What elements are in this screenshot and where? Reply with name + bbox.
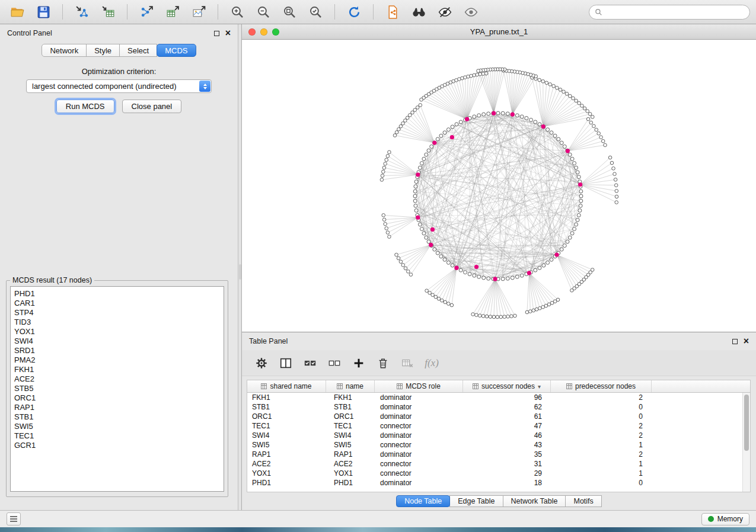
search-box[interactable] — [589, 5, 750, 20]
network-titlebar[interactable]: YPA_prune.txt_1 — [242, 24, 756, 40]
column-header-name[interactable]: name — [326, 380, 375, 392]
table-scrollbar[interactable] — [742, 393, 750, 492]
table-row[interactable]: ORC1ORC1dominator610 — [247, 412, 742, 421]
node-table: shared namenameMCDS rolesuccessor nodes▾… — [247, 380, 751, 492]
mcds-result-item[interactable]: PMA2 — [14, 355, 220, 365]
delete-table-icon — [401, 357, 414, 370]
open-session-button[interactable] — [6, 2, 28, 21]
tab-mcds[interactable]: MCDS — [157, 44, 196, 57]
zoom-selected-icon — [308, 5, 323, 20]
mcds-result-item[interactable]: RAP1 — [14, 403, 220, 412]
tab-network[interactable]: Network — [42, 44, 87, 57]
column-header-MCDS-role[interactable]: MCDS role — [375, 380, 463, 392]
minimize-window-icon[interactable] — [260, 28, 267, 36]
mcds-result-item[interactable]: STB1 — [14, 412, 220, 422]
column-header-shared-name[interactable]: shared name — [247, 380, 326, 392]
float-table-panel-icon[interactable] — [732, 339, 738, 344]
table-row[interactable]: FKH1FKH1dominator962 — [247, 393, 742, 402]
network-canvas[interactable] — [242, 40, 756, 332]
export-image-button[interactable] — [187, 2, 210, 21]
apply-layout-button[interactable] — [343, 2, 365, 21]
open-folder-icon — [10, 5, 25, 20]
maximize-window-icon[interactable] — [272, 28, 279, 36]
column-type-icon — [566, 383, 572, 389]
column-header-successor-nodes[interactable]: successor nodes▾ — [463, 380, 551, 392]
select-all-button[interactable] — [302, 355, 318, 371]
close-table-panel-icon[interactable]: × — [744, 338, 749, 344]
sort-indicator-icon[interactable]: ▾ — [538, 383, 541, 390]
export-network-button[interactable] — [135, 2, 158, 21]
tab-select[interactable]: Select — [119, 44, 157, 57]
import-table-button[interactable] — [97, 2, 119, 21]
mcds-result-item[interactable]: PHD1 — [14, 289, 220, 299]
network-graph[interactable] — [242, 40, 756, 332]
splitter-handle[interactable] — [239, 264, 241, 280]
find-button[interactable] — [407, 2, 430, 21]
unselect-all-button[interactable] — [327, 355, 342, 371]
export-table-button[interactable] — [161, 2, 184, 21]
mcds-result-item[interactable]: ACE2 — [14, 374, 220, 384]
table-row[interactable]: SWI5SWI5connector431 — [247, 440, 742, 450]
optimization-criterion-select[interactable]: largest connected component (undirected) — [26, 79, 212, 93]
table-cell: PHD1 — [326, 478, 375, 488]
import-network-button[interactable] — [71, 2, 93, 21]
node-table-body[interactable]: FKH1FKH1dominator962STB1STB1dominator620… — [247, 393, 750, 492]
zoom-selected-button[interactable] — [304, 2, 327, 21]
table-row[interactable]: TEC1TEC1connector472 — [247, 421, 742, 431]
table-row[interactable]: YOX1YOX1connector291 — [247, 469, 742, 478]
show-columns-button[interactable] — [278, 355, 294, 371]
tab-motifs[interactable]: Motifs — [565, 495, 601, 507]
mcds-result-item[interactable]: SWI4 — [14, 336, 220, 346]
table-row[interactable]: STB1STB1dominator620 — [247, 402, 742, 412]
delete-column-button[interactable] — [375, 355, 391, 371]
table-cell: 35 — [463, 450, 551, 459]
table-options-button[interactable] — [254, 355, 269, 371]
table-row[interactable]: RAP1RAP1dominator352 — [247, 450, 742, 459]
mcds-result-list[interactable]: PHD1CAR1STP4TID3YOX1SWI4SRD1PMA2FKH1ACE2… — [10, 286, 224, 492]
table-row[interactable]: ACE2ACE2connector311 — [247, 459, 742, 469]
save-session-button[interactable] — [32, 2, 55, 21]
table-scrollbar-thumb[interactable] — [744, 395, 749, 451]
mcds-result-item[interactable]: GCR1 — [14, 441, 220, 450]
mcds-result-item[interactable]: STP4 — [14, 308, 220, 318]
tab-node-table[interactable]: Node Table — [396, 495, 450, 507]
table-row[interactable]: SWI4SWI4dominator462 — [247, 431, 742, 440]
zoom-fit-button[interactable] — [278, 2, 301, 21]
tab-edge-table[interactable]: Edge Table — [449, 495, 503, 507]
tab-style[interactable]: Style — [86, 44, 120, 57]
add-column-button[interactable] — [351, 355, 366, 371]
column-type-icon — [261, 383, 267, 389]
share-document-button[interactable] — [381, 2, 404, 21]
mcds-result-item[interactable]: TID3 — [14, 318, 220, 327]
search-input[interactable] — [606, 7, 744, 17]
mcds-result-item[interactable]: TEC1 — [14, 431, 220, 441]
table-cell: 2 — [551, 431, 652, 440]
mcds-result-item[interactable]: ORC1 — [14, 393, 220, 403]
mcds-result-item[interactable]: YOX1 — [14, 327, 220, 336]
mcds-result-item[interactable]: STB5 — [14, 384, 220, 393]
float-panel-icon[interactable] — [214, 31, 219, 36]
mcds-result-item[interactable]: FKH1 — [14, 365, 220, 374]
zoom-in-button[interactable] — [226, 2, 248, 21]
status-menu-button[interactable] — [7, 512, 21, 525]
column-header-filler — [652, 380, 742, 392]
zoom-out-button[interactable] — [252, 2, 275, 21]
table-cell: 2 — [551, 421, 652, 431]
run-mcds-button[interactable]: Run MCDS — [56, 100, 114, 113]
mcds-result-item[interactable]: SRD1 — [14, 346, 220, 355]
select-stepper-icon[interactable] — [199, 81, 210, 92]
mcds-result-item[interactable]: SWI5 — [14, 422, 220, 431]
close-window-icon[interactable] — [248, 28, 256, 36]
column-header-predecessor-nodes[interactable]: predecessor nodes — [551, 380, 652, 392]
table-row[interactable]: PHD1PHD1dominator180 — [247, 478, 742, 488]
mcds-result-item[interactable]: CAR1 — [14, 299, 220, 308]
show-graphics-button[interactable] — [460, 2, 482, 21]
vertical-splitter[interactable] — [238, 24, 242, 510]
table-cell: SWI4 — [326, 431, 375, 440]
close-panel-button[interactable]: Close panel — [122, 100, 182, 113]
close-panel-icon[interactable]: × — [225, 30, 231, 36]
memory-button[interactable]: Memory — [701, 513, 749, 525]
tab-network-table[interactable]: Network Table — [503, 495, 566, 507]
table-cell: ACE2 — [326, 459, 375, 469]
hide-graphics-button[interactable] — [433, 2, 456, 21]
